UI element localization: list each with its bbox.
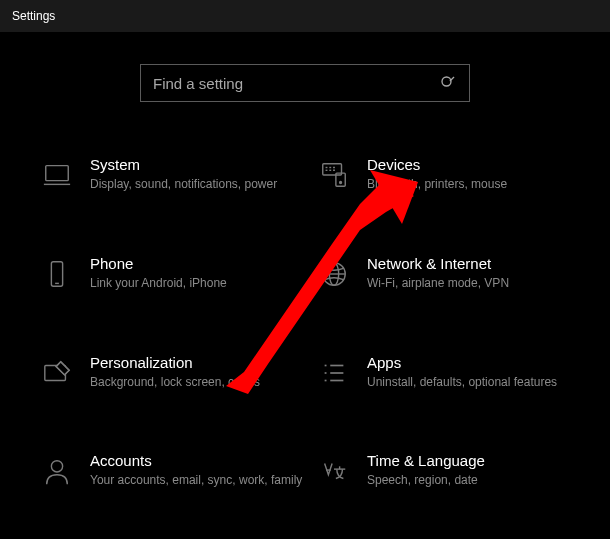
search-container [0, 64, 610, 102]
personalization-icon [40, 356, 74, 390]
titlebar: Settings [0, 0, 610, 32]
window-title: Settings [12, 9, 55, 23]
tile-subtitle: Link your Android, iPhone [90, 275, 305, 292]
tile-devices[interactable]: Devices Bluetooth, printers, mouse [317, 156, 582, 193]
tile-title: Apps [367, 354, 582, 371]
search-box[interactable] [140, 64, 470, 102]
tile-title: Personalization [90, 354, 305, 371]
tile-title: Network & Internet [367, 255, 582, 272]
tile-time-language[interactable]: Time & Language Speech, region, date [317, 452, 582, 489]
settings-home: System Display, sound, notifications, po… [0, 32, 610, 489]
tile-subtitle: Uninstall, defaults, optional features [367, 374, 582, 391]
system-icon [40, 158, 74, 192]
search-icon [439, 74, 457, 92]
tile-system[interactable]: System Display, sound, notifications, po… [40, 156, 305, 193]
search-input[interactable] [153, 75, 439, 92]
tile-title: Phone [90, 255, 305, 272]
tile-text: Accounts Your accounts, email, sync, wor… [90, 452, 305, 489]
tile-subtitle: Wi-Fi, airplane mode, VPN [367, 275, 582, 292]
devices-icon [317, 158, 351, 192]
tile-title: Devices [367, 156, 582, 173]
tile-text: Time & Language Speech, region, date [367, 452, 582, 489]
tile-accounts[interactable]: Accounts Your accounts, email, sync, wor… [40, 452, 305, 489]
apps-icon [317, 356, 351, 390]
category-grid: System Display, sound, notifications, po… [0, 156, 610, 489]
tile-text: Devices Bluetooth, printers, mouse [367, 156, 582, 193]
tile-subtitle: Your accounts, email, sync, work, family [90, 472, 305, 489]
tile-network[interactable]: Network & Internet Wi-Fi, airplane mode,… [317, 255, 582, 292]
tile-text: System Display, sound, notifications, po… [90, 156, 305, 193]
tile-apps[interactable]: Apps Uninstall, defaults, optional featu… [317, 354, 582, 391]
svg-rect-2 [46, 166, 69, 181]
svg-rect-13 [51, 262, 62, 286]
network-icon [317, 257, 351, 291]
tile-title: Time & Language [367, 452, 582, 469]
accounts-icon [40, 454, 74, 488]
tile-text: Phone Link your Android, iPhone [90, 255, 305, 292]
svg-point-12 [340, 182, 342, 184]
tile-text: Apps Uninstall, defaults, optional featu… [367, 354, 582, 391]
tile-title: Accounts [90, 452, 305, 469]
tile-phone[interactable]: Phone Link your Android, iPhone [40, 255, 305, 292]
tile-text: Personalization Background, lock screen,… [90, 354, 305, 391]
svg-point-25 [51, 461, 62, 472]
tile-subtitle: Background, lock screen, colors [90, 374, 305, 391]
time-language-icon [317, 454, 351, 488]
phone-icon [40, 257, 74, 291]
tile-subtitle: Speech, region, date [367, 472, 582, 489]
tile-text: Network & Internet Wi-Fi, airplane mode,… [367, 255, 582, 292]
svg-point-0 [442, 77, 451, 86]
tile-personalization[interactable]: Personalization Background, lock screen,… [40, 354, 305, 391]
tile-title: System [90, 156, 305, 173]
tile-subtitle: Display, sound, notifications, power [90, 176, 305, 193]
tile-subtitle: Bluetooth, printers, mouse [367, 176, 582, 193]
